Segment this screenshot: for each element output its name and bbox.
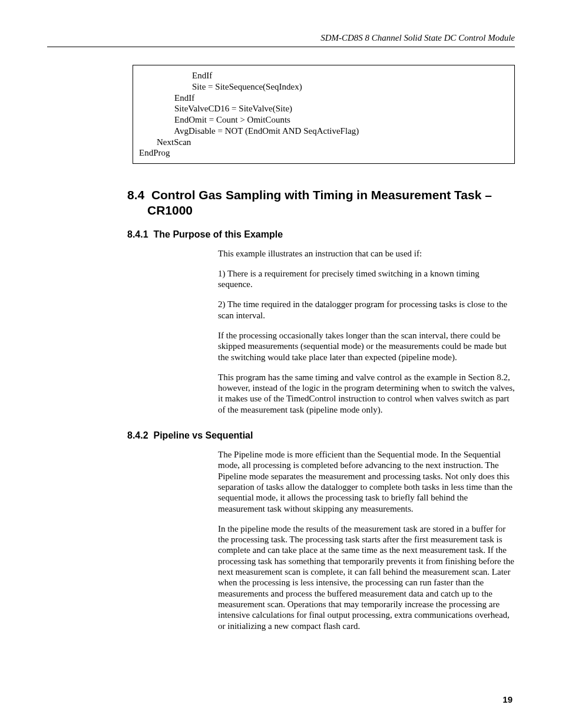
section-number: 8.4 <box>127 188 144 202</box>
page-number: 19 <box>503 694 513 704</box>
subsection-title: The Purpose of this Example <box>153 229 283 239</box>
body-text: This program has the same timing and val… <box>218 372 515 415</box>
subsection-number: 8.4.2 <box>127 430 148 440</box>
body-text: 2) The time required in the datalogger p… <box>218 299 515 321</box>
subsection-heading: 8.4.2 Pipeline vs Sequential <box>127 430 515 441</box>
code-block: EndIf Site = SiteSequence(SeqIndex) EndI… <box>133 65 515 164</box>
header-title: SDM-CD8S 8 Channel Solid State DC Contro… <box>320 33 515 42</box>
page-header: SDM-CD8S 8 Channel Solid State DC Contro… <box>47 33 515 43</box>
subsection-1: 8.4.1 The Purpose of this Example This e… <box>47 229 515 416</box>
section-title: Control Gas Sampling with Timing in Meas… <box>147 188 492 217</box>
header-rule <box>47 47 515 47</box>
subsection-number: 8.4.1 <box>127 229 148 239</box>
subsection-title: Pipeline vs Sequential <box>153 430 253 440</box>
body-text: In the pipeline mode the results of the … <box>218 523 515 631</box>
body-text: The Pipeline mode is more efficient than… <box>218 449 515 514</box>
subsection-2: 8.4.2 Pipeline vs Sequential The Pipelin… <box>47 430 515 631</box>
page: SDM-CD8S 8 Channel Solid State DC Contro… <box>0 0 562 728</box>
section-heading: 8.4 Control Gas Sampling with Timing in … <box>127 187 515 219</box>
body-text: 1) There is a requirement for precisely … <box>218 268 515 290</box>
body-text: If the processing occasionally takes lon… <box>218 330 515 363</box>
subsection-heading: 8.4.1 The Purpose of this Example <box>127 229 515 240</box>
body-text: This example illustrates an instruction … <box>218 248 515 259</box>
